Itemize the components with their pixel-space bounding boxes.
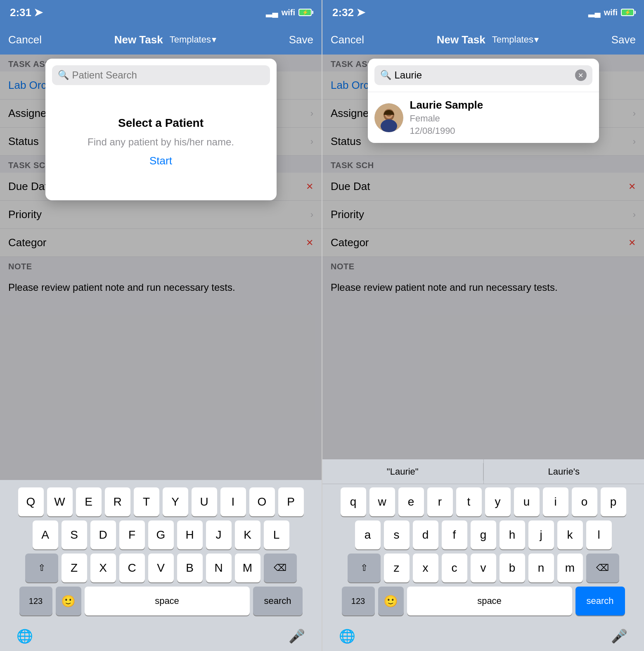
left-globe-icon[interactable]: 🌐 [17,628,33,644]
left-key-k[interactable]: K [235,520,260,549]
left-start-button[interactable]: Start [149,154,172,167]
right-key-z[interactable]: z [384,554,410,582]
right-globe-icon[interactable]: 🌐 [339,628,355,644]
right-key-d[interactable]: d [413,520,438,549]
left-key-c[interactable]: C [119,554,145,582]
left-cancel-button[interactable]: Cancel [8,33,42,46]
right-key-k[interactable]: k [557,520,583,549]
right-search-result-item[interactable]: Laurie Sample Female 12/08/1990 [368,92,599,143]
left-key-w[interactable]: W [47,487,73,516]
left-key-r[interactable]: R [105,487,130,516]
left-key-z[interactable]: Z [62,554,87,582]
right-nav-title: New Task [437,33,485,46]
right-nav-bar: Cancel New Task Templates ▾ Save [322,25,644,55]
left-nav-title: New Task [114,33,163,46]
right-cancel-button[interactable]: Cancel [331,33,364,46]
left-key-l[interactable]: L [264,520,289,549]
left-key-e[interactable]: E [76,487,102,516]
left-key-b[interactable]: B [177,554,203,582]
left-key-x[interactable]: X [90,554,116,582]
left-key-y[interactable]: Y [163,487,188,516]
right-patient-search-input[interactable] [395,69,572,81]
right-key-g[interactable]: g [471,520,496,549]
left-key-h[interactable]: H [177,520,203,549]
right-key-a[interactable]: a [355,520,381,549]
left-key-q[interactable]: Q [18,487,44,516]
left-mic-icon[interactable]: 🎤 [289,628,305,644]
right-templates-button[interactable]: Templates ▾ [492,34,539,45]
left-templates-button[interactable]: Templates ▾ [170,34,216,45]
left-key-j[interactable]: J [206,520,232,549]
right-autocomplete-lauries[interactable]: Laurie's [484,463,644,480]
right-key-x[interactable]: x [413,554,438,582]
left-select-patient-subtitle: Find any patient by his/her name. [88,136,234,148]
right-key-c[interactable]: c [442,554,467,582]
right-emoji-key[interactable]: 🙂 [378,587,404,615]
right-key-m[interactable]: m [557,554,583,582]
right-key-n[interactable]: n [528,554,554,582]
right-key-row-1: q w e r t y u i o p [325,487,642,516]
right-key-t[interactable]: t [456,487,482,516]
left-key-n[interactable]: N [206,554,232,582]
right-autocomplete-bar: "Laurie" Laurie's [322,459,644,484]
left-signal-icon: ▂▄ [266,7,278,17]
right-key-u[interactable]: u [514,487,540,516]
right-autocomplete-laurie[interactable]: "Laurie" [322,463,483,480]
left-123-key[interactable]: 123 [19,587,52,615]
right-key-i[interactable]: i [543,487,568,516]
right-key-o[interactable]: o [572,487,597,516]
left-search-bar[interactable]: 🔍 [52,65,270,85]
right-key-j[interactable]: j [528,520,554,549]
left-key-v[interactable]: V [148,554,174,582]
right-patient-gender: Female [410,113,483,124]
left-save-button[interactable]: Save [289,33,313,46]
right-key-w[interactable]: w [369,487,395,516]
right-key-e[interactable]: e [398,487,424,516]
right-search-clear-button[interactable]: ✕ [575,69,587,81]
left-emoji-key[interactable]: 🙂 [56,587,81,615]
right-backspace-key[interactable]: ⌫ [586,554,619,582]
right-123-key[interactable]: 123 [342,587,375,615]
right-key-q[interactable]: q [341,487,366,516]
right-location-icon: ➤ [356,6,365,19]
left-key-a[interactable]: A [33,520,58,549]
left-space-key[interactable]: space [85,587,250,615]
left-patient-search-input[interactable] [72,69,264,81]
left-key-d[interactable]: D [90,520,116,549]
left-keyboard-rows: Q W E R T Y U I O P A S D F G H J K [0,484,322,621]
right-key-l[interactable]: l [586,520,612,549]
right-shift-key[interactable]: ⇧ [348,554,381,582]
right-key-p[interactable]: p [601,487,626,516]
right-key-h[interactable]: h [500,520,525,549]
left-key-t[interactable]: T [134,487,159,516]
left-select-patient-title: Select a Patient [118,116,204,130]
right-modal-card: 🔍 ✕ [368,59,599,143]
left-key-g[interactable]: G [148,520,174,549]
left-key-f[interactable]: F [119,520,145,549]
left-key-o[interactable]: O [249,487,275,516]
left-shift-key[interactable]: ⇧ [25,554,58,582]
left-modal-card: 🔍 Select a Patient Find any patient by h… [45,59,277,200]
right-search-bar[interactable]: 🔍 ✕ [374,65,592,85]
right-key-b[interactable]: b [500,554,525,582]
right-key-s[interactable]: s [384,520,410,549]
left-key-p[interactable]: P [278,487,304,516]
left-nav-bar: Cancel New Task Templates ▾ Save [0,25,322,55]
right-save-button[interactable]: Save [611,33,636,46]
left-key-row-1: Q W E R T Y U I O P [2,487,319,516]
right-key-y[interactable]: y [485,487,511,516]
right-space-key[interactable]: space [407,587,572,615]
right-key-r[interactable]: r [427,487,453,516]
left-key-i[interactable]: I [220,487,246,516]
right-patient-avatar [374,103,403,132]
right-key-f[interactable]: f [442,520,467,549]
right-key-v[interactable]: v [471,554,496,582]
left-key-u[interactable]: U [192,487,217,516]
left-key-m[interactable]: M [235,554,260,582]
left-key-s[interactable]: S [62,520,87,549]
left-location-icon: ➤ [34,6,43,19]
right-mic-icon[interactable]: 🎤 [611,628,627,644]
left-search-key[interactable]: search [253,587,303,615]
right-search-key[interactable]: search [575,587,625,615]
left-backspace-key[interactable]: ⌫ [264,554,297,582]
